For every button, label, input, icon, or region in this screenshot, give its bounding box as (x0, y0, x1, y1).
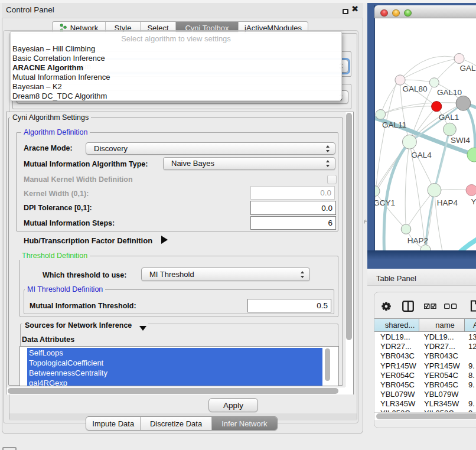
zoom-traffic-light[interactable] (404, 9, 412, 17)
node-label: Y (471, 197, 476, 206)
popup-item[interactable]: Mutual Information Inference (12, 73, 110, 81)
control-panel-title: Control Panel (6, 5, 54, 14)
threshold-definition-label: Threshold Definition (19, 252, 90, 260)
network-graph: GAL GAL80 GAL10 GAL1 GAL11 SWI4 GAL4 GCY… (375, 18, 476, 250)
mi-steps-label: Mutual Information Steps: (24, 219, 115, 227)
node-label: GCY1 (375, 198, 395, 207)
manual-kernel-width-label: Manual Kernel Width Definition (24, 175, 133, 184)
network-window-shadow (367, 250, 476, 260)
kernel-width-field[interactable]: 0.0 (250, 186, 335, 200)
hub-expand-arrow-icon[interactable] (161, 236, 168, 244)
settings-vertical-scrollbar-thumb[interactable] (346, 113, 352, 340)
cyni-algorithm-settings-label: Cyni Algorithm Settings (10, 114, 91, 122)
popup-item[interactable]: ARACNE Algorithm (12, 63, 83, 72)
hub-definition-label: Hub/Transcription Factor Definition (24, 236, 152, 245)
aracne-mode-combobox[interactable]: Discovery (86, 142, 335, 155)
tab-discretize-data[interactable]: Discretize Data (141, 417, 211, 430)
node-label: HAP2 (407, 236, 428, 245)
column-header-label: A (473, 321, 476, 330)
node-label: GAL80 (402, 84, 427, 93)
control-panel-titlebar[interactable] (2, 3, 363, 18)
split-view-icon[interactable] (402, 301, 414, 312)
tab-infer-network[interactable]: Infer Network (212, 417, 277, 430)
gear-icon[interactable] (382, 302, 391, 311)
close-icon[interactable]: ✖ (351, 4, 358, 14)
node-label: GAL10 (437, 88, 462, 97)
scrollbar-corner (345, 387, 353, 394)
file-icon[interactable] (470, 300, 476, 312)
algorithm-definition-label: Algorithm Definition (21, 129, 90, 136)
node-attribute-table: shared... name A YDL19... YDL19... 13 YD… (374, 318, 476, 420)
sources-collapse-arrow-icon[interactable] (139, 326, 146, 331)
apply-button[interactable]: Apply (208, 398, 258, 412)
column-header-partial[interactable]: A (465, 318, 476, 332)
popup-item[interactable]: Bayesian – Hill Climbing (12, 44, 95, 53)
node-label: HAP4 (437, 198, 458, 207)
table-horizontal-scrollbar-thumb[interactable] (376, 413, 476, 419)
column-header-label: shared... (385, 321, 415, 330)
dpi-tolerance-label: DPI Tolerance [0,1]: (24, 204, 92, 212)
node-label: GAL11 (382, 120, 406, 129)
list-vertical-scrollbar-thumb[interactable] (325, 348, 330, 381)
minimized-window-button[interactable] (2, 447, 17, 450)
which-threshold-combobox[interactable]: MI Threshold (141, 268, 310, 281)
list-item[interactable]: SelfLoops (29, 348, 63, 357)
mi-algorithm-type-combobox[interactable]: Naive Bayes (163, 157, 335, 170)
network-node-labels: GAL GAL80 GAL10 GAL1 GAL11 SWI4 GAL4 GCY… (375, 64, 476, 245)
popup-item[interactable]: Bayesian – K2 (12, 82, 62, 91)
unchecked-columns-icon[interactable] (444, 304, 457, 309)
popup-prompt: Select algorithm to view settings (11, 34, 341, 43)
popup-item[interactable]: Basic Correlation Inference (12, 54, 105, 63)
algorithm-dropdown-popup: Select algorithm to view settings Bayesi… (10, 31, 342, 101)
float-window-icon[interactable] (343, 9, 348, 14)
table-panel-title: Table Panel (376, 274, 416, 283)
popup-item[interactable]: Dream8 DC_TDC Algorithm (12, 92, 107, 100)
tab-impute-data[interactable]: Impute Data (86, 417, 141, 430)
mi-threshold-label: Mutual Information Threshold: (30, 302, 136, 310)
network-window-titlebar[interactable] (374, 5, 476, 18)
checked-columns-icon[interactable] (424, 303, 436, 309)
mi-threshold-definition-label: MI Threshold Definition (25, 286, 105, 294)
mi-algorithm-type-label: Mutual Information Algorithm Type: (24, 160, 148, 168)
combo-arrows-icon (326, 160, 330, 167)
sources-group-label: Sources for Network Inference (22, 322, 148, 330)
node-label: GAL (459, 64, 476, 73)
aracne-mode-label: Aracne Mode: (24, 144, 73, 152)
node-label: GAL4 (411, 151, 432, 159)
close-traffic-light[interactable] (380, 9, 388, 17)
list-item[interactable]: TopologicalCoefficient (29, 358, 103, 367)
settings-horizontal-scrollbar-thumb[interactable] (8, 388, 338, 394)
data-attributes-label: Data Attributes (22, 335, 74, 344)
combo-arrows-icon (326, 145, 330, 152)
node-label: SWI4 (451, 136, 470, 145)
minimize-traffic-light[interactable] (392, 9, 400, 17)
split-divider-handle[interactable] (364, 219, 367, 224)
network-canvas[interactable]: GAL GAL80 GAL10 GAL1 GAL11 SWI4 GAL4 GCY… (375, 18, 476, 250)
mi-threshold-field[interactable]: 0.5 (247, 299, 331, 312)
list-item[interactable]: BetweennessCentrality (29, 369, 107, 377)
manual-kernel-width-checkbox[interactable] (327, 175, 337, 184)
column-header-name[interactable]: name (419, 318, 465, 332)
kernel-width-label: Kernel Width (0,1): (24, 190, 89, 198)
node-label: GAL1 (439, 113, 459, 122)
mi-steps-field[interactable]: 6 (250, 216, 336, 230)
cyni-bottom-tabs: Impute Data Discretize Data Infer Networ… (86, 416, 278, 431)
dpi-tolerance-field[interactable]: 0.0 (250, 201, 336, 215)
data-attributes-list[interactable]: SelfLoops TopologicalCoefficient Between… (19, 346, 339, 386)
list-item[interactable]: gal4RGexp (29, 379, 67, 386)
which-threshold-label: Which threshold to use: (43, 271, 126, 279)
column-header-label: name (435, 321, 455, 330)
column-header-shared-name[interactable]: shared... (374, 318, 419, 332)
combo-arrows-icon (301, 271, 305, 278)
